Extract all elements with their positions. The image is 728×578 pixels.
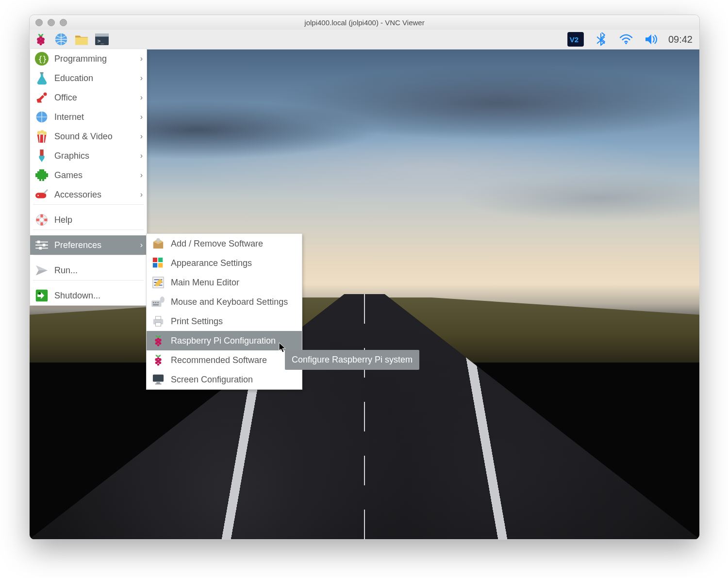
svg-rect-16 [40,72,44,74]
svg-point-21 [43,132,47,135]
svg-text:V2: V2 [570,35,579,44]
submenu-item-label: Raspberry Pi Configuration [171,336,276,346]
chevron-right-icon: › [140,93,143,102]
menu-item-internet[interactable]: Internet › [30,107,147,127]
svg-rect-38 [151,300,161,307]
raspberry-icon [151,334,165,347]
menu-item-label: Education [54,73,93,83]
svg-point-6 [39,43,42,45]
mac-window: jolpi400.local (jolpi400) - VNC Viewer [29,15,700,540]
chevron-right-icon: › [140,171,143,180]
submenu-item-label: Mouse and Keyboard Settings [171,297,288,307]
svg-point-17 [44,93,47,96]
svg-point-60 [157,363,160,366]
menu-item-label: Programming [54,54,107,64]
menu-item-label: Run... [54,265,78,276]
svg-rect-9 [95,33,109,37]
submenu-item-add-remove[interactable]: Add / Remove Software [147,234,302,253]
svg-point-2 [39,36,42,39]
svg-point-13 [625,42,627,44]
chevron-right-icon: › [140,190,143,199]
svg-rect-63 [155,383,162,384]
svg-rect-22 [40,149,43,156]
menu-item-games[interactable]: Games › [30,165,147,185]
submenu-item-recommended[interactable]: Recommended Software [147,350,302,370]
svg-point-58 [155,362,158,364]
svg-rect-33 [153,258,157,262]
svg-point-19 [37,131,41,134]
chevron-right-icon: › [140,132,143,141]
monitor-icon [151,373,165,386]
chevron-right-icon: › [140,74,143,83]
vnc-tray-icon[interactable]: V2 [567,31,584,48]
mouse-keyboard-icon [151,295,165,309]
svg-point-43 [160,297,165,303]
svg-point-56 [157,357,160,360]
mac-titlebar[interactable]: jolpi400.local (jolpi400) - VNC Viewer [30,15,699,30]
menu-item-label: Sound & Video [54,132,113,142]
menu-item-label: Accessories [54,190,101,200]
popcorn-icon [34,129,50,144]
svg-rect-40 [155,302,157,303]
terminal-launcher[interactable]: >_ [94,31,110,48]
svg-point-52 [159,342,161,345]
raspberry-menu-button[interactable] [33,31,49,48]
menu-item-shutdown[interactable]: Shutdown... [30,286,147,305]
menu-item-programming[interactable]: {} Programming › [30,49,147,68]
raspberry-icon [151,353,165,367]
submenu-item-label: Print Settings [171,316,223,327]
menu-item-help[interactable]: Help [30,210,147,230]
menu-item-accessories[interactable]: Accessories › [30,185,147,204]
svg-rect-34 [158,258,163,262]
chevron-right-icon: › [140,241,143,249]
svg-rect-27 [37,241,40,244]
submenu-item-print[interactable]: Print Settings [147,312,302,331]
file-manager-launcher[interactable] [73,31,90,48]
submenu-item-screen[interactable]: Screen Configuration [147,370,302,389]
chevron-right-icon: › [140,151,143,160]
svg-rect-62 [156,382,160,384]
package-icon [151,237,165,250]
menu-item-label: Shutdown... [54,291,100,301]
svg-rect-35 [153,263,157,267]
svg-rect-46 [155,323,161,326]
submenu-item-menu-editor[interactable]: Main Menu Editor [147,273,302,292]
svg-point-26 [40,218,44,222]
menu-item-office[interactable]: Office › [30,88,147,107]
mouse-cursor [279,342,286,353]
submenu-item-label: Screen Configuration [171,375,253,385]
swiss-knife-icon [34,187,50,202]
svg-rect-42 [153,304,159,306]
submenu-item-appearance[interactable]: Appearance Settings [147,253,302,273]
svg-point-49 [157,338,160,340]
submenu-item-mouse-kbd[interactable]: Mouse and Keyboard Settings [147,292,302,312]
appearance-icon [151,256,165,270]
menu-item-preferences[interactable]: Preferences › [30,235,147,255]
taskbar-clock[interactable]: 09:42 [668,34,693,45]
web-browser-launcher[interactable] [53,31,69,48]
svg-rect-29 [39,247,42,250]
bluetooth-tray-icon[interactable] [593,31,609,48]
chevron-right-icon: › [140,113,143,121]
menu-item-soundvideo[interactable]: Sound & Video › [30,127,147,146]
menu-item-label: Internet [54,112,84,122]
volume-tray-icon[interactable] [643,31,660,48]
braces-icon: {} [34,51,50,66]
menu-item-education[interactable]: Education › [30,68,147,88]
svg-rect-45 [155,316,161,319]
svg-rect-28 [43,244,46,247]
printer-icon [151,314,165,328]
svg-rect-23 [35,193,46,198]
taskbar: >_ V2 09:42 [30,30,699,50]
menu-item-label: Preferences [54,240,101,250]
menu-item-label: Help [54,215,72,225]
menu-item-graphics[interactable]: Graphics › [30,146,147,165]
menu-item-label: Graphics [54,151,89,161]
menu-item-run[interactable]: Run... [30,261,147,280]
preferences-submenu: Add / Remove Software Appearance Setting… [146,233,302,390]
svg-rect-61 [153,375,164,382]
lifebuoy-icon [34,212,50,228]
main-menu: {} Programming › Education › Office › In… [30,49,147,306]
svg-text:>_: >_ [98,38,104,44]
wifi-tray-icon[interactable] [618,31,634,48]
